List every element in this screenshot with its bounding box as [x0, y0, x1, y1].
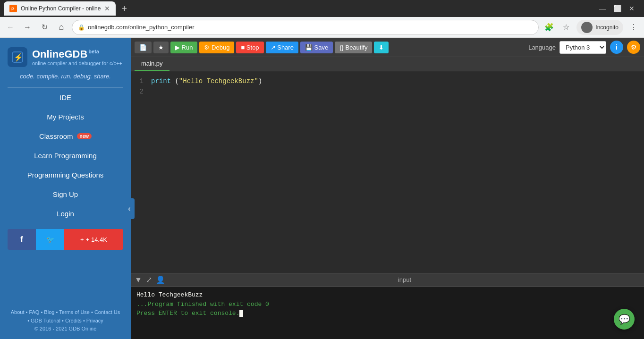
download-button[interactable]: ⬇	[374, 42, 389, 53]
forward-button[interactable]: →	[21, 21, 34, 34]
star-icon: ★	[158, 44, 164, 51]
language-label: Language	[528, 44, 556, 51]
file-tab-main-py[interactable]: main.py	[135, 57, 169, 71]
console-expand-button[interactable]: ⤢	[146, 275, 152, 284]
download-icon: ⬇	[379, 44, 384, 51]
close-window-button[interactable]: ✕	[629, 5, 635, 12]
sidebar-item-programming-questions[interactable]: Programming Questions	[0, 165, 131, 185]
logo-text: OnlineGDBbeta online compiler and debugg…	[32, 48, 122, 66]
browser-chrome: P Online Python Compiler - online ✕ + — …	[0, 0, 644, 38]
logo-beta: beta	[88, 49, 99, 54]
sidebar-footer: About • FAQ • Blog • Terms of Use • Cont…	[0, 303, 131, 339]
new-tab-button[interactable]: +	[118, 2, 131, 15]
main-layout: ⚡ OnlineGDBbeta online compiler and debu…	[0, 38, 644, 339]
active-tab[interactable]: P Online Python Compiler - online ✕	[4, 1, 116, 16]
language-selector-group: Language Python 3 C C++ Java JavaScript …	[528, 41, 640, 54]
facebook-button[interactable]: f	[8, 229, 36, 250]
keyword-print: print	[151, 77, 171, 85]
facebook-icon: f	[20, 235, 23, 245]
nav-icons-right: 🧩 ☆ Incognito ⋮	[542, 20, 640, 35]
tab-close-button[interactable]: ✕	[104, 5, 110, 12]
svg-text:⚡: ⚡	[14, 53, 23, 62]
string-value: "Hello TechgeekBuzz"	[179, 77, 258, 85]
address-text: onlinegdb.com/online_python_compiler	[88, 24, 194, 31]
sidebar-logo: ⚡ OnlineGDBbeta online compiler and debu…	[0, 38, 131, 71]
minimize-button[interactable]: —	[599, 5, 606, 12]
tab-favicon: P	[9, 5, 17, 12]
info-button[interactable]: i	[610, 41, 623, 54]
footer-links: About • FAQ • Blog • Terms of Use • Cont…	[11, 309, 120, 331]
sidebar-item-ide[interactable]: IDE	[0, 88, 131, 107]
code-line-1: print ("Hello TechgeekBuzz")	[151, 76, 640, 86]
home-button[interactable]: ⌂	[55, 21, 68, 34]
file-icon: 📄	[139, 44, 147, 51]
maximize-button[interactable]: ⬜	[613, 5, 621, 12]
settings-button[interactable]: ⚙	[627, 41, 640, 54]
share-button[interactable]: ↗ Share	[266, 42, 298, 53]
logo-icon: ⚡	[8, 47, 27, 67]
console-input-label: input	[169, 276, 640, 283]
console-output: Hello TechgeekBuzz ...Program finished w…	[131, 287, 644, 339]
refresh-button[interactable]: ↻	[38, 21, 51, 34]
console-area: ▼ ⤢ 👤 input Hello TechgeekBuzz ...Progra…	[131, 273, 644, 339]
twitter-button[interactable]: 🐦	[36, 229, 64, 250]
save-button[interactable]: 💾 Save	[300, 42, 333, 53]
logo-name: OnlineGDBbeta	[32, 48, 122, 60]
console-line-3: ...Program finished with exit code 0	[136, 300, 638, 309]
stop-button[interactable]: ■ Stop	[236, 42, 263, 53]
sidebar-tagline: code. compile. run. debug. share.	[0, 71, 131, 87]
sidebar: ⚡ OnlineGDBbeta online compiler and debu…	[0, 38, 131, 339]
logo-sub: online compiler and debugger for c/c++	[32, 60, 122, 66]
tab-title: Online Python Compiler - online	[21, 5, 101, 12]
console-collapse-button[interactable]: ▼	[135, 276, 142, 284]
plus-share-button[interactable]: + + 14.4K	[64, 229, 123, 250]
language-select[interactable]: Python 3 C C++ Java JavaScript	[559, 41, 606, 54]
code-editor[interactable]: 1 2 print ("Hello TechgeekBuzz")	[131, 71, 644, 273]
star-button[interactable]: ★	[153, 42, 169, 53]
line-number-2: 2	[135, 86, 144, 97]
account-label: Incognito	[595, 24, 619, 31]
twitter-icon: 🐦	[46, 236, 54, 243]
window-controls: — ⬜ ✕	[599, 5, 640, 12]
bookmark-icon[interactable]: ☆	[559, 21, 573, 34]
nav-bar: ← → ↻ ⌂ 🔒 onlinegdb.com/online_python_co…	[0, 17, 644, 38]
sidebar-item-learn-programming[interactable]: Learn Programming	[0, 146, 131, 165]
code-line-2	[151, 86, 640, 97]
console-toolbar: ▼ ⤢ 👤 input	[131, 273, 644, 287]
extensions-icon[interactable]: 🧩	[542, 21, 556, 34]
line-numbers: 1 2	[131, 71, 147, 273]
line-number-1: 1	[135, 76, 144, 86]
lock-icon: 🔒	[78, 24, 85, 31]
menu-icon[interactable]: ⋮	[627, 21, 640, 34]
toolbar: 📄 ★ ▶ Run ⚙ Debug ■ Stop ↗ Share 💾 Save …	[131, 38, 644, 57]
tab-bar: P Online Python Compiler - online ✕ + — …	[0, 0, 644, 17]
share-count: + 14.4K	[86, 236, 107, 243]
sidebar-item-sign-up[interactable]: Sign Up	[0, 185, 131, 204]
debug-button[interactable]: ⚙ Debug	[199, 42, 234, 53]
svg-text:P: P	[11, 7, 14, 11]
avatar	[581, 22, 593, 33]
sidebar-nav: IDE My Projects Classroom new Learn Prog…	[0, 88, 131, 223]
console-clear-button[interactable]: 👤	[156, 275, 165, 284]
classroom-label: Classroom	[39, 132, 73, 140]
console-line-1: Hello TechgeekBuzz	[136, 290, 638, 300]
sidebar-social: f 🐦 + + 14.4K	[0, 223, 131, 255]
account-button[interactable]: Incognito	[576, 20, 623, 35]
back-button[interactable]: ←	[4, 21, 17, 34]
run-button[interactable]: ▶ Run	[170, 42, 197, 53]
beautify-button[interactable]: {} Beautify	[335, 42, 372, 53]
sidebar-item-classroom[interactable]: Classroom new	[0, 127, 131, 146]
plus-icon: +	[80, 236, 84, 243]
chat-bubble-button[interactable]: 💬	[614, 309, 635, 330]
editor-area: 📄 ★ ▶ Run ⚙ Debug ■ Stop ↗ Share 💾 Save …	[131, 38, 644, 339]
console-cursor	[239, 310, 243, 317]
file-tabs: main.py	[131, 57, 644, 71]
new-badge: new	[77, 133, 92, 139]
address-bar[interactable]: 🔒 onlinegdb.com/online_python_compiler	[72, 20, 539, 35]
sidebar-item-login[interactable]: Login	[0, 204, 131, 223]
sidebar-item-my-projects[interactable]: My Projects	[0, 107, 131, 127]
console-line-4: Press ENTER to exit console.	[136, 309, 638, 318]
sidebar-collapse-button[interactable]: ‹	[124, 198, 135, 219]
code-content[interactable]: print ("Hello TechgeekBuzz")	[147, 71, 644, 273]
file-button[interactable]: 📄	[135, 42, 152, 53]
